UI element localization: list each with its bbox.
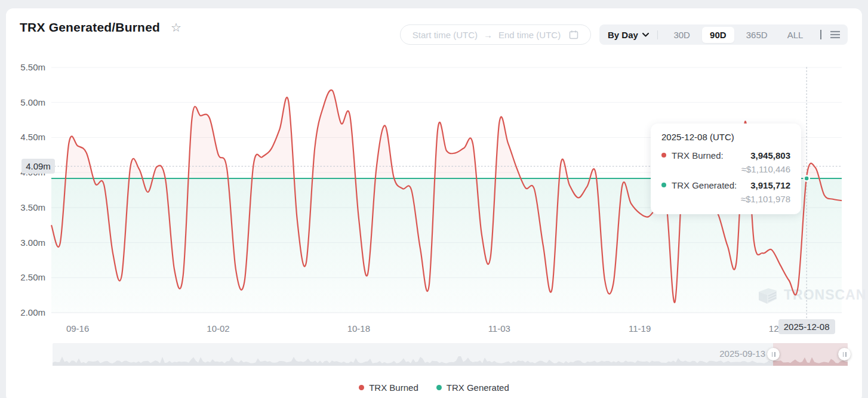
tooltip-usd-burned: ≈$1,110,446: [661, 163, 790, 177]
legend-item-generated[interactable]: TRX Generated: [436, 382, 509, 393]
tooltip-usd-generated: ≈$1,101,978: [661, 193, 790, 207]
minimap-left-handle[interactable]: [767, 348, 780, 360]
y-crosshair-badge: 4.09m: [21, 159, 55, 174]
hover-point-marker: [804, 176, 809, 181]
minimap-right-handle[interactable]: [838, 348, 851, 360]
x-crosshair-badge: 2025-12-08: [778, 319, 835, 334]
tooltip-row-burned: TRX Burned: 3,945,803: [661, 147, 790, 163]
legend-item-burned[interactable]: TRX Burned: [359, 382, 418, 393]
tooltip-row-generated: TRX Generated: 3,915,712: [661, 177, 790, 193]
burned-dot-icon: [359, 385, 364, 390]
page: TRX Generated/Burned ☆ Start time (UTC) …: [0, 0, 868, 398]
generated-dot-icon: [661, 183, 666, 187]
tooltip-date: 2025-12-08 (UTC): [661, 132, 790, 142]
chart-card: TRX Generated/Burned ☆ Start time (UTC) …: [6, 8, 862, 398]
chart-legend: TRX Burned TRX Generated: [6, 382, 862, 393]
generated-dot-icon: [436, 385, 442, 390]
minimap-start-date: 2025-09-13: [663, 348, 765, 359]
chart-tooltip: 2025-12-08 (UTC) TRX Burned: 3,945,803 ≈…: [651, 124, 801, 214]
burned-dot-icon: [661, 153, 666, 158]
